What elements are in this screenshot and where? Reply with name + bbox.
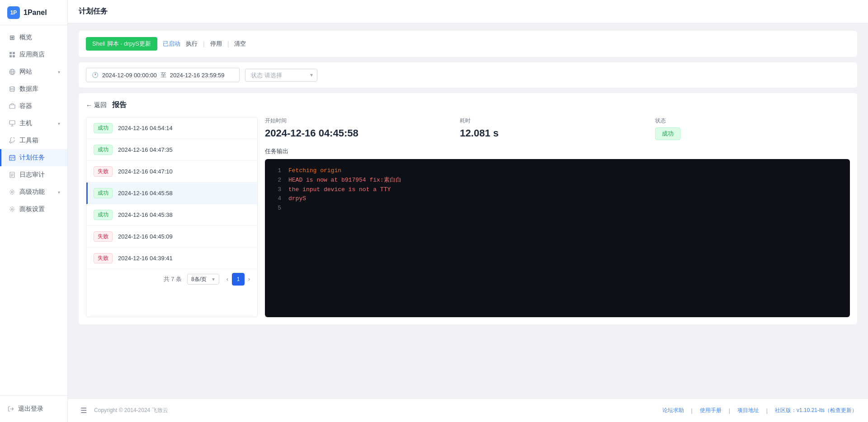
line-number: 3 (272, 185, 281, 195)
next-page-button[interactable]: › (246, 274, 252, 284)
chevron-down-icon: ▾ (58, 121, 60, 126)
task-name-button[interactable]: Shell 脚本 - drpyS更新 (86, 37, 157, 51)
version-badge[interactable]: 社区版：v1.10.21-lts（检查更新） (775, 407, 857, 414)
sidebar-bottom: 退出登录 (0, 395, 67, 422)
log-item-active[interactable]: 成功 2024-12-16 04:45:58 (86, 183, 257, 204)
log-item[interactable]: 失败 2024-12-16 04:39:41 (86, 248, 257, 269)
stop-button[interactable]: 停用 (210, 40, 222, 48)
main-content: 计划任务 Shell 脚本 - drpyS更新 已启动 执行 | 停用 | 清空… (68, 0, 868, 422)
log-time: 2024-12-16 04:39:41 (118, 255, 173, 262)
terminal-section: 任务输出 1 Fetching origin 2 HEAD is now at … (265, 147, 850, 317)
terminal-line: 4 drpyS (272, 194, 843, 204)
date-separator: 至 (160, 71, 166, 79)
log-time: 2024-12-16 04:45:09 (118, 233, 173, 240)
overview-icon: ⊞ (9, 34, 16, 41)
sidebar-item-label: 容器 (19, 102, 32, 110)
log-item[interactable]: 失败 2024-12-16 04:45:09 (86, 226, 257, 248)
svg-point-12 (11, 191, 13, 193)
sidebar-item-label: 概览 (19, 33, 32, 42)
line-number: 1 (272, 166, 281, 176)
log-item[interactable]: 成功 2024-12-16 04:54:14 (86, 117, 257, 139)
container-icon (9, 103, 16, 110)
chevron-down-icon: ▾ (58, 190, 60, 195)
svg-rect-2 (9, 55, 12, 57)
terminal-line: 3 the input device is not a TTY (272, 185, 843, 195)
date-to: 2024-12-16 23:59:59 (170, 72, 225, 79)
sidebar-item-tools[interactable]: 工具箱 (0, 132, 67, 149)
website-icon (9, 68, 16, 75)
project-link[interactable]: 项目地址 (737, 407, 759, 414)
line-number: 5 (272, 204, 281, 213)
total-info: 共 7 条 (164, 275, 182, 283)
sidebar-item-cron[interactable]: 计划任务 (0, 149, 67, 166)
logo-icon: 1P (7, 6, 20, 19)
status-value: 成功 (655, 127, 839, 140)
sidebar-item-website[interactable]: 网站 ▾ (0, 63, 67, 80)
sidebar-nav: ⊞ 概览 应用商店 网站 ▾ 数据库 (0, 25, 67, 395)
line-number: 2 (272, 176, 281, 185)
panel-settings-icon (9, 206, 16, 213)
sidebar-item-database[interactable]: 数据库 (0, 80, 67, 98)
prev-page-button[interactable]: ‹ (225, 274, 230, 284)
copyright: Copyright © 2014-2024 飞致云 (94, 407, 168, 414)
meta-start-time: 开始时间 2024-12-16 04:45:58 (265, 117, 460, 140)
svg-rect-8 (9, 105, 15, 108)
sidebar-item-overview[interactable]: ⊞ 概览 (0, 29, 67, 46)
svg-rect-0 (9, 52, 12, 54)
status-badge: 失败 (94, 253, 113, 263)
log-item[interactable]: 失败 2024-12-16 04:47:10 (86, 161, 257, 183)
terminal-output[interactable]: 1 Fetching origin 2 HEAD is now at b9179… (265, 159, 850, 317)
date-range-picker[interactable]: 🕐 2024-12-09 00:00:00 至 2024-12-16 23:59… (86, 68, 240, 82)
status-select-wrapper: 状态 请选择 成功 失败 (245, 69, 317, 82)
sidebar-item-logout[interactable]: 退出登录 (7, 401, 60, 417)
start-time-value: 2024-12-16 04:45:58 (265, 127, 449, 139)
sidebar-item-container[interactable]: 容器 (0, 98, 67, 115)
forum-link[interactable]: 论坛求助 (662, 407, 684, 414)
line-content (288, 204, 843, 213)
svg-point-7 (10, 87, 14, 89)
log-time: 2024-12-16 04:47:35 (118, 146, 173, 153)
separator: | (766, 408, 768, 414)
back-button[interactable]: ← 返回 (86, 101, 107, 109)
advanced-icon (9, 188, 16, 196)
status-badge: 成功 (94, 210, 113, 220)
page-title: 计划任务 (79, 7, 108, 16)
report-body: 成功 2024-12-16 04:54:14 成功 2024-12-16 04:… (86, 117, 850, 317)
log-time: 2024-12-16 04:47:10 (118, 168, 173, 175)
sidebar-item-host[interactable]: 主机 ▾ (0, 115, 67, 132)
status-badge: 失败 (94, 166, 113, 177)
status-badge: 成功 (94, 188, 113, 198)
toolbar: Shell 脚本 - drpyS更新 已启动 执行 | 停用 | 清空 (79, 31, 857, 57)
sidebar-item-audit[interactable]: 日志审计 (0, 166, 67, 183)
status-select[interactable]: 状态 请选择 成功 失败 (245, 69, 317, 82)
log-item[interactable]: 成功 2024-12-16 04:47:35 (86, 139, 257, 161)
meta-status: 状态 成功 (655, 117, 850, 140)
clear-button[interactable]: 清空 (234, 40, 246, 48)
page-header: 计划任务 (68, 0, 868, 23)
report-panel: ← 返回 报告 成功 2024-12-16 04:54:14 成 (79, 93, 857, 324)
sidebar-item-label: 高级功能 (19, 188, 45, 196)
sidebar-item-advanced[interactable]: 高级功能 ▾ (0, 183, 67, 201)
page-size-select[interactable]: 8条/页 10条/页 20条/页 (187, 274, 219, 285)
status-label: 状态 (655, 117, 839, 125)
duration-label: 耗时 (460, 117, 644, 125)
line-content: the input device is not a TTY (288, 185, 843, 195)
sidebar-item-label: 主机 (19, 119, 32, 127)
svg-rect-10 (9, 155, 15, 160)
sidebar-item-label: 面板设置 (19, 205, 45, 213)
line-content: drpyS (288, 194, 843, 204)
collapse-sidebar-button[interactable]: ☰ (79, 404, 89, 417)
page-1-button[interactable]: 1 (232, 273, 245, 286)
filter-bar: 🕐 2024-12-09 00:00:00 至 2024-12-16 23:59… (79, 62, 857, 88)
start-time-label: 开始时间 (265, 117, 449, 125)
sidebar-item-panel-settings[interactable]: 面板设置 (0, 201, 67, 218)
date-from: 2024-12-09 00:00:00 (102, 72, 157, 79)
footer: ☰ Copyright © 2014-2024 飞致云 论坛求助 | 使用手册 … (68, 399, 868, 422)
log-item[interactable]: 成功 2024-12-16 04:45:38 (86, 204, 257, 226)
status-badge: 成功 (94, 145, 113, 155)
sidebar-item-appstore[interactable]: 应用商店 (0, 46, 67, 63)
line-content: HEAD is now at b917954 fix:素白白 (288, 176, 843, 185)
execute-button[interactable]: 执行 (186, 40, 198, 48)
manual-link[interactable]: 使用手册 (700, 407, 722, 414)
line-content: Fetching origin (288, 166, 843, 176)
